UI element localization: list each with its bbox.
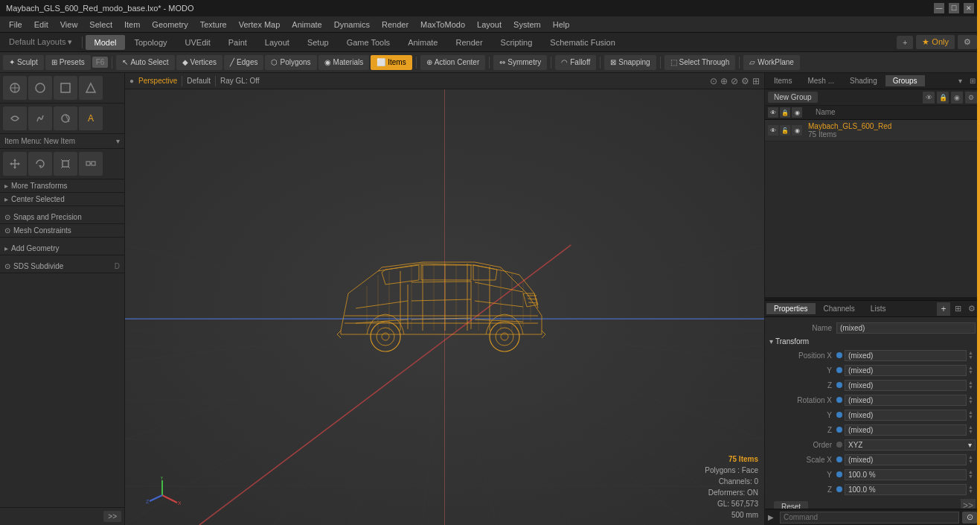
rotation-z-down[interactable]: ▼ (968, 430, 976, 434)
right-tab-items[interactable]: Items (766, 75, 799, 86)
mesh-constraints[interactable]: ⊙ Mesh Constraints (0, 224, 124, 238)
menu-file[interactable]: File (3, 19, 28, 31)
prop-position-z-value[interactable]: (mixed) (845, 380, 967, 391)
tab-paint[interactable]: Paint (220, 35, 256, 50)
prop-rotation-z-value[interactable]: (mixed) (845, 424, 967, 436)
prop-scale-y-value[interactable]: 100.0 % (845, 469, 967, 480)
props-tab-channels[interactable]: Channels (816, 303, 862, 314)
group-item[interactable]: 👁 🔓 ◉ Maybach_GLS_600_Red 75 Items (765, 120, 980, 141)
props-expand-btn[interactable]: ⊞ (951, 302, 964, 316)
tool-btn-move[interactable] (3, 152, 27, 176)
right-tab-shading[interactable]: Shading (842, 75, 885, 86)
transform-section[interactable]: ▾ Transform (765, 335, 980, 348)
select-through-button[interactable]: ⬚ Select Through (664, 55, 736, 70)
layout-dropdown[interactable]: Default Layouts ▾ (3, 36, 79, 48)
tab-model[interactable]: Model (86, 35, 126, 50)
props-arrow-right-btn[interactable]: >> (961, 499, 976, 509)
viewport-3d[interactable]: X Y Z 75 Items Polygons : Face Channels:… (125, 89, 764, 525)
command-input[interactable] (780, 512, 959, 524)
groups-settings-btn[interactable]: ⚙ (965, 92, 977, 104)
props-plus-btn[interactable]: + (937, 302, 950, 316)
menu-view[interactable]: View (54, 19, 84, 31)
prop-name-value[interactable]: (mixed) (836, 322, 976, 334)
position-y-down[interactable]: ▼ (968, 370, 976, 375)
more-transforms[interactable]: ▸ More Transforms (0, 179, 124, 193)
symmetry-button[interactable]: ⇔ Symmetry (493, 55, 547, 70)
items-button[interactable]: ⬜ Items (371, 55, 411, 70)
falloff-button[interactable]: ◠ Falloff (555, 55, 596, 70)
tool-btn-1[interactable] (3, 76, 27, 100)
maximize-button[interactable]: ☐ (949, 3, 959, 13)
tool-btn-6[interactable] (28, 106, 52, 130)
tab-topology[interactable]: Topology (125, 35, 176, 50)
add-tab-button[interactable]: + (897, 36, 913, 49)
groups-eye-btn[interactable]: 👁 (923, 92, 935, 104)
group-render-icon[interactable]: ◉ (792, 125, 802, 136)
right-tab-dropdown[interactable]: ▾ (954, 75, 966, 87)
menu-system[interactable]: System (507, 19, 547, 31)
prop-position-y-value[interactable]: (mixed) (845, 365, 967, 376)
tool-btn-7[interactable] (54, 106, 77, 130)
viewport-dot[interactable]: ● (129, 77, 134, 85)
presets-button[interactable]: ⊞ Presets (45, 55, 91, 70)
tool-btn-transform[interactable] (79, 152, 103, 176)
tab-game-tools[interactable]: Game Tools (338, 35, 400, 50)
tab-scripting[interactable]: Scripting (492, 35, 542, 50)
groups-render-btn[interactable]: ◉ (951, 92, 963, 104)
menu-help[interactable]: Help (547, 19, 576, 31)
sculpt-button[interactable]: ✦ Sculpt (3, 55, 44, 70)
close-button[interactable]: ✕ (964, 3, 974, 13)
add-geometry[interactable]: ▸ Add Geometry (0, 242, 124, 255)
viewport-expand-btn[interactable]: ⊞ (752, 76, 760, 86)
rotation-z-arrows[interactable]: ▲ ▼ (968, 425, 976, 434)
rotation-x-down[interactable]: ▼ (968, 400, 976, 404)
position-x-down[interactable]: ▼ (968, 355, 976, 360)
tab-schematic[interactable]: Schematic Fusion (541, 35, 624, 50)
prop-rotation-x-value[interactable]: (mixed) (845, 395, 967, 406)
viewport-pan-btn[interactable]: ⊘ (731, 76, 738, 86)
position-x-arrows[interactable]: ▲ ▼ (968, 351, 976, 360)
position-z-arrows[interactable]: ▲ ▼ (968, 381, 976, 389)
edges-button[interactable]: ╱ Edges (224, 55, 263, 70)
menu-geometry[interactable]: Geometry (146, 19, 193, 31)
tool-btn-4[interactable] (79, 76, 103, 100)
right-tab-groups[interactable]: Groups (885, 75, 925, 86)
menu-texture[interactable]: Texture (194, 19, 233, 31)
menu-vertex-map[interactable]: Vertex Map (233, 19, 286, 31)
menu-animate[interactable]: Animate (286, 19, 327, 31)
scale-x-arrows[interactable]: ▲ ▼ (968, 455, 976, 464)
group-visible-icon[interactable]: 👁 (768, 125, 778, 136)
item-menu[interactable]: Item Menu: New Item ▾ (0, 134, 124, 149)
props-tab-lists[interactable]: Lists (863, 303, 894, 314)
star-only-button[interactable]: ★ Only (916, 35, 955, 49)
minimize-button[interactable]: — (934, 3, 944, 13)
viewport-render-mode[interactable]: Default (187, 77, 211, 85)
tool-btn-2[interactable] (28, 76, 52, 100)
menu-render[interactable]: Render (376, 19, 414, 31)
scale-z-down[interactable]: ▼ (968, 489, 976, 494)
menu-item[interactable]: Item (118, 19, 146, 31)
scale-y-arrows[interactable]: ▲ ▼ (968, 470, 976, 479)
prop-scale-x-value[interactable]: (mixed) (845, 454, 967, 465)
center-selected[interactable]: ▸ Center Selected (0, 193, 124, 206)
viewport-orbit-btn[interactable]: ⊙ (710, 76, 717, 86)
sidebar-expand-button[interactable]: >> (103, 511, 121, 522)
snapping-button[interactable]: ⊠ Snapping (604, 55, 656, 70)
tool-btn-8[interactable]: A (79, 106, 103, 130)
viewport-gl-mode[interactable]: Ray GL: Off (220, 77, 260, 85)
group-lock-icon[interactable]: 🔓 (780, 125, 790, 136)
menu-layout[interactable]: Layout (471, 19, 507, 31)
position-z-down[interactable]: ▼ (968, 385, 976, 389)
scale-x-down[interactable]: ▼ (968, 459, 976, 464)
tab-uvedit[interactable]: UVEdit (176, 35, 220, 50)
position-y-arrows[interactable]: ▲ ▼ (968, 366, 976, 375)
viewport-perspective-label[interactable]: Perspective (138, 77, 177, 85)
rotation-y-arrows[interactable]: ▲ ▼ (968, 410, 976, 419)
prop-rotation-y-value[interactable]: (mixed) (845, 410, 967, 421)
tab-layout[interactable]: Layout (256, 35, 298, 50)
viewport-settings-btn[interactable]: ⚙ (741, 76, 749, 86)
prop-position-x-value[interactable]: (mixed) (845, 350, 967, 361)
tool-btn-3[interactable] (54, 76, 77, 100)
new-group-button[interactable]: New Group (768, 92, 818, 103)
prop-scale-z-value[interactable]: 100.0 % (845, 484, 967, 495)
